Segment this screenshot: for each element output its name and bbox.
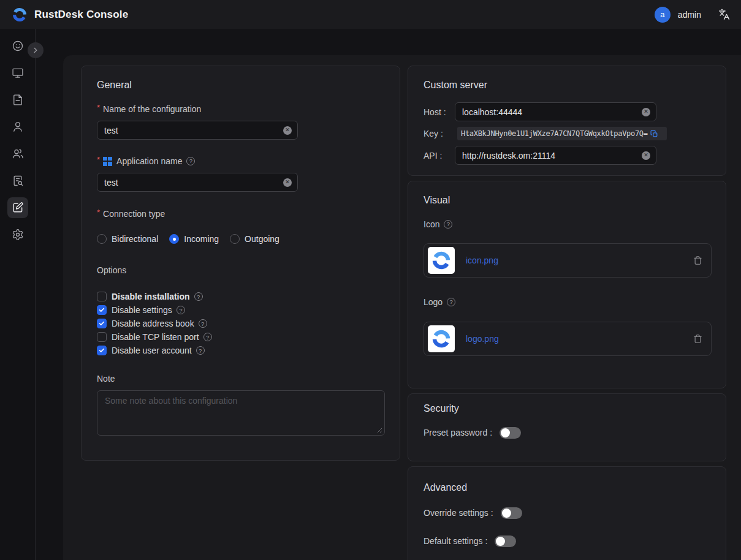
checkbox-disable-user-account[interactable]: Disable user account ? (97, 344, 385, 357)
config-name-input[interactable] (97, 126, 297, 135)
checkbox-disable-address-book[interactable]: Disable address book ? (97, 317, 385, 330)
logo-thumbnail (428, 325, 455, 352)
connection-type-label: * Connection type (97, 208, 385, 220)
clear-icon[interactable]: ✕ (642, 151, 650, 160)
host-input-wrapper: ✕ (455, 102, 656, 121)
override-settings-toggle[interactable] (501, 507, 522, 519)
checkbox-disable-settings[interactable]: Disable settings ? (97, 303, 385, 317)
required-asterisk: * (97, 206, 100, 219)
sidebar-item-settings[interactable] (7, 224, 28, 245)
help-icon[interactable]: ? (177, 306, 185, 314)
resize-handle[interactable] (377, 428, 382, 433)
username: admin (678, 10, 701, 20)
custom-server-title: Custom server (424, 78, 711, 92)
sidebar-item-devices[interactable] (7, 62, 28, 83)
radio-bidirectional[interactable]: Bidirectional (97, 234, 158, 244)
rustdesk-logo-icon (11, 6, 28, 23)
rustdesk-logo-icon (430, 249, 452, 271)
user-group-icon (12, 148, 24, 160)
application-name-input-wrapper: ✕ (97, 173, 298, 192)
help-icon[interactable]: ? (199, 319, 207, 328)
user-icon (12, 121, 24, 133)
trash-icon[interactable] (693, 334, 702, 344)
radio-incoming[interactable]: Incoming (169, 234, 219, 244)
key-value-bar: HtaXBkJNHyn0e1U1jWXze7A7CN7QTGWqxkOtpaVp… (457, 127, 667, 140)
application-name-input[interactable] (97, 178, 297, 187)
sidebar-expand-button[interactable] (28, 42, 44, 58)
brand: RustDesk Console (11, 6, 128, 23)
api-row: API : ✕ (424, 146, 711, 165)
checkbox-icon[interactable] (97, 332, 107, 342)
smiley-icon (12, 40, 24, 52)
radio-outgoing[interactable]: Outgoing (230, 234, 279, 244)
sidebar-item-groups[interactable] (7, 143, 28, 164)
help-icon[interactable]: ? (186, 157, 195, 165)
settings-gear-icon (12, 229, 24, 241)
advanced-card: Advanced Override settings : Default set… (408, 466, 726, 560)
help-icon[interactable]: ? (203, 333, 212, 341)
sidebar-item-audit[interactable] (7, 170, 28, 191)
default-settings-toggle[interactable] (495, 535, 516, 547)
radio-icon[interactable] (169, 234, 179, 244)
api-input[interactable] (455, 151, 656, 161)
clear-icon[interactable]: ✕ (283, 178, 292, 187)
main-panel: General * Name of the configuration ✕ * … (63, 55, 741, 560)
note-label: Note (97, 373, 385, 385)
checkbox-icon[interactable] (97, 346, 107, 355)
config-name-input-wrapper: ✕ (97, 121, 298, 140)
options-list: Disable installation ? Disable settings … (97, 290, 385, 357)
checkbox-disable-installation[interactable]: Disable installation ? (97, 290, 385, 303)
checkbox-icon[interactable] (97, 305, 107, 315)
sidebar-item-custom-clients[interactable] (7, 197, 28, 218)
api-input-wrapper: ✕ (455, 146, 656, 165)
visual-card: Visual Icon ? icon.png Logo ? (408, 181, 726, 388)
app-title: RustDesk Console (34, 9, 128, 21)
visual-title: Visual (424, 194, 711, 207)
override-settings-row: Override settings : (424, 506, 711, 520)
advanced-title: Advanced (424, 481, 711, 494)
host-input[interactable] (455, 107, 656, 117)
avatar-initial: a (660, 10, 664, 19)
help-icon[interactable]: ? (447, 298, 455, 306)
logo-file-link[interactable]: logo.png (466, 334, 499, 344)
clear-icon[interactable]: ✕ (642, 108, 650, 116)
radio-icon[interactable] (230, 234, 240, 244)
audit-log-icon (12, 175, 24, 187)
help-icon[interactable]: ? (194, 292, 203, 301)
devices-icon (12, 67, 24, 79)
application-name-label: * Application name ? (97, 155, 385, 167)
general-card: General * Name of the configuration ✕ * … (81, 66, 400, 461)
note-textarea[interactable] (97, 391, 384, 435)
required-asterisk: * (97, 154, 100, 166)
checkbox-icon[interactable] (97, 292, 107, 301)
preset-password-label: Preset password : (424, 428, 492, 437)
custom-server-card: Custom server Host : ✕ Key : HtaXBkJNHyn… (408, 66, 726, 176)
windows-icon (103, 157, 112, 166)
avatar[interactable]: a (655, 7, 671, 23)
host-row: Host : ✕ (424, 102, 711, 121)
icon-label: Icon ? (424, 218, 711, 230)
checkbox-icon[interactable] (97, 319, 107, 328)
sidebar-item-documents[interactable] (7, 89, 28, 110)
checkbox-disable-tcp-listen-port[interactable]: Disable TCP listen port ? (97, 330, 385, 344)
sidebar-item-smiley[interactable] (7, 36, 28, 56)
security-title: Security (424, 402, 711, 415)
preset-password-toggle[interactable] (500, 427, 521, 439)
clear-icon[interactable]: ✕ (283, 126, 292, 135)
document-icon (12, 94, 24, 106)
sidebar-item-users[interactable] (7, 116, 28, 137)
help-icon[interactable]: ? (196, 346, 205, 355)
key-row: Key : HtaXBkJNHyn0e1U1jWXze7A7CN7QTGWqxk… (424, 127, 711, 140)
host-label: Host : (424, 107, 455, 117)
copy-icon[interactable] (650, 130, 658, 138)
security-card: Security Preset password : (408, 393, 726, 461)
icon-file-link[interactable]: icon.png (466, 255, 498, 265)
rustdesk-logo-icon (430, 328, 452, 350)
trash-icon[interactable] (693, 255, 702, 265)
top-bar: RustDesk Console a admin (0, 0, 741, 29)
custom-client-edit-icon (12, 202, 24, 214)
radio-icon[interactable] (97, 234, 107, 244)
help-icon[interactable]: ? (444, 220, 452, 229)
language-icon[interactable] (718, 9, 730, 20)
preset-password-row: Preset password : (424, 426, 711, 439)
